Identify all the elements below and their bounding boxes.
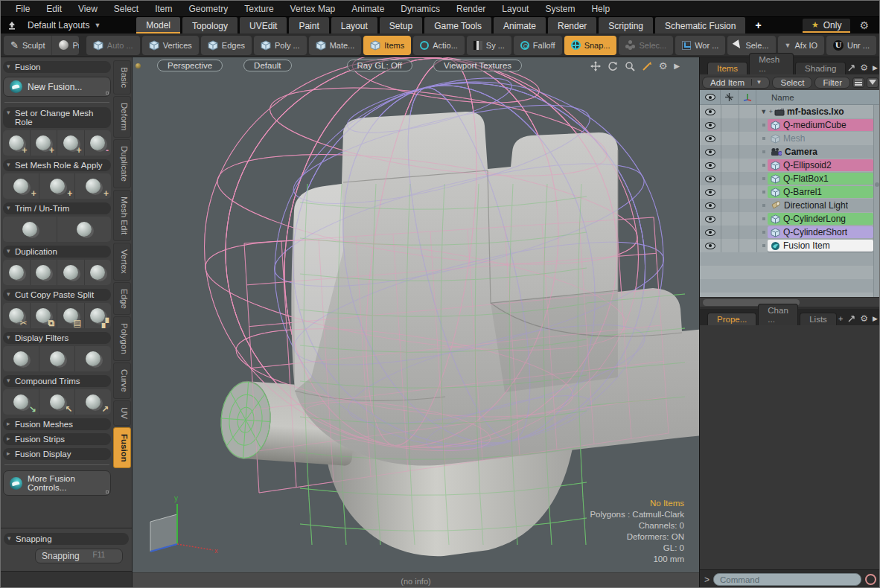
popout-icon[interactable]: [847, 64, 855, 72]
section-header-set-or-change-mesh-role[interactable]: Set or Change Mesh Role: [3, 107, 111, 128]
item-row[interactable]: Directional Light: [700, 199, 880, 212]
section-header-set-mesh-role-apply[interactable]: Set Mesh Role & Apply: [3, 159, 111, 171]
filter-solid-icon[interactable]: [39, 346, 76, 371]
compound-in-icon[interactable]: ↘: [3, 389, 39, 415]
viewport-button-perspective[interactable]: Perspective: [157, 60, 223, 71]
tool-items[interactable]: Items: [363, 36, 411, 55]
visibility-eye-icon[interactable]: [700, 176, 721, 182]
layout-tab-schematic-fusion[interactable]: Schematic Fusion: [655, 17, 745, 33]
viewport-button-default[interactable]: Default: [243, 60, 291, 71]
tool-tab-deform[interactable]: Deform: [113, 96, 131, 138]
tool-tab-vertex[interactable]: Vertex: [113, 243, 131, 281]
properties-tab-prope[interactable]: Prope...: [707, 313, 756, 325]
command-input[interactable]: [713, 573, 861, 586]
3d-viewport[interactable]: yx PerspectiveDefaultRay GL: OffViewport…: [133, 57, 699, 588]
tool-sy[interactable]: Sy ...: [467, 36, 511, 55]
properties-tab-chan[interactable]: Chan ...: [758, 304, 798, 325]
duplicate-a-icon[interactable]: [3, 260, 31, 285]
only-toggle[interactable]: ★ Only: [803, 19, 851, 33]
copy-icon[interactable]: ⧉: [31, 303, 58, 328]
section-header-duplication[interactable]: Duplication: [3, 246, 111, 258]
record-macro-icon[interactable]: [865, 574, 876, 585]
panel-gear-icon[interactable]: ⚙: [860, 63, 868, 73]
snapping-button[interactable]: Snapping F11: [35, 549, 123, 563]
tool-afxio[interactable]: ▼Afx IO: [778, 36, 824, 55]
menu-file[interactable]: File: [8, 2, 37, 16]
snapping-section-header[interactable]: Snapping: [4, 533, 129, 545]
item-row[interactable]: Q-CylinderLong: [700, 212, 880, 226]
viewport-button-viewport-textures[interactable]: Viewport Textures: [433, 60, 522, 71]
tool-auto[interactable]: Auto ...: [86, 36, 140, 55]
item-row[interactable]: Q-CylinderShort: [700, 226, 880, 239]
menu-animate[interactable]: Animate: [344, 2, 392, 16]
panel-expand-icon[interactable]: ▶: [873, 315, 878, 322]
item-row[interactable]: ▼ +mf-basics.lxo: [700, 105, 880, 118]
role-intersect-icon[interactable]: +: [57, 130, 85, 156]
duplicate-d-icon[interactable]: [85, 260, 112, 285]
visibility-eye-icon[interactable]: [700, 243, 721, 249]
tool-handle-icon[interactable]: [642, 61, 652, 71]
item-list-vscrollbar[interactable]: [873, 105, 879, 297]
visibility-eye-icon[interactable]: [700, 122, 721, 129]
popout-icon[interactable]: [847, 315, 855, 323]
item-row[interactable]: Fusion Item: [700, 239, 880, 252]
layout-preset-dropdown[interactable]: Default Layouts ▼: [22, 19, 106, 31]
panel-tab-shading[interactable]: Shading: [795, 62, 846, 74]
section-header-compound-trims[interactable]: Compound Trims: [3, 375, 111, 387]
visibility-eye-icon[interactable]: [700, 162, 721, 169]
layout-gear-icon[interactable]: ⚙: [853, 19, 875, 31]
menu-render[interactable]: Render: [449, 2, 493, 16]
tool-actio[interactable]: Actio...: [413, 36, 465, 55]
duplicate-b-icon[interactable]: [31, 260, 58, 285]
tool-tab-fusion[interactable]: Fusion: [113, 427, 131, 469]
locator-column-icon[interactable]: [721, 90, 739, 104]
layout-tab-add[interactable]: +: [747, 17, 768, 33]
tool-poly[interactable]: Poly ...: [254, 36, 307, 55]
visibility-column-icon[interactable]: [700, 90, 721, 104]
untrim-icon[interactable]: [57, 217, 111, 242]
menu-geometry[interactable]: Geometry: [182, 2, 236, 16]
layout-tab-render[interactable]: Render: [548, 17, 596, 33]
apply-trim-icon[interactable]: +: [3, 173, 39, 199]
tool-tab-curve[interactable]: Curve: [113, 362, 131, 399]
new-fusion-button[interactable]: New Fusion...: [3, 77, 111, 97]
item-row[interactable]: Q-FlatBox1: [700, 172, 880, 185]
layout-tab-uvedit[interactable]: UVEdit: [240, 17, 287, 33]
compound-both-icon[interactable]: ↗: [75, 389, 111, 415]
item-row[interactable]: Q-Ellipsoid2: [700, 159, 880, 172]
list-options-icon[interactable]: [852, 77, 864, 88]
presets-button[interactable]: Presets F6: [52, 36, 79, 55]
item-row[interactable]: Q-mediumCube: [700, 118, 880, 132]
panel-tab-mesh[interactable]: Mesh ...: [749, 53, 794, 74]
name-column-label[interactable]: Name: [756, 93, 794, 102]
axis-column-icon[interactable]: [739, 90, 756, 104]
layout-tab-topology[interactable]: Topology: [182, 17, 237, 33]
duplicate-c-icon[interactable]: [57, 260, 85, 285]
collapsed-section-fusion-meshes[interactable]: Fusion Meshes: [3, 418, 111, 430]
layout-pin-icon[interactable]: [5, 19, 19, 31]
filter-button[interactable]: Filter: [814, 77, 850, 89]
tool-selec[interactable]: Selec...: [619, 36, 673, 55]
sculpt-button[interactable]: ✎ Sculpt: [4, 36, 52, 55]
menu-view[interactable]: View: [71, 2, 105, 16]
viewport-expand-icon[interactable]: ▶: [674, 62, 680, 70]
add-item-dropdown[interactable]: Add Item▼: [702, 77, 770, 89]
viewport-state-dot[interactable]: [135, 63, 141, 68]
fusion-section-header[interactable]: Fusion: [3, 61, 111, 73]
visibility-eye-icon[interactable]: [700, 149, 721, 156]
tool-falloff[interactable]: Falloff: [514, 36, 562, 55]
tool-tab-mesh-edit[interactable]: Mesh Edit: [113, 190, 131, 241]
tool-mate[interactable]: Mate...: [309, 36, 362, 55]
orbit-rotate-icon[interactable]: [608, 61, 618, 71]
tool-edges[interactable]: Edges: [201, 36, 252, 55]
menu-help[interactable]: Help: [584, 2, 617, 16]
tool-sele[interactable]: Sele...: [727, 36, 775, 55]
tool-wor[interactable]: Wor ...: [675, 36, 725, 55]
apply-union-icon[interactable]: +: [75, 173, 111, 199]
select-button[interactable]: Select: [772, 77, 812, 89]
cut-icon[interactable]: ✂: [3, 303, 31, 328]
role-trim-icon[interactable]: +: [31, 130, 58, 156]
tool-tab-polygon[interactable]: Polygon: [113, 316, 131, 361]
panel-expand-icon[interactable]: ▶: [873, 64, 878, 71]
pan-move-icon[interactable]: [590, 61, 601, 71]
